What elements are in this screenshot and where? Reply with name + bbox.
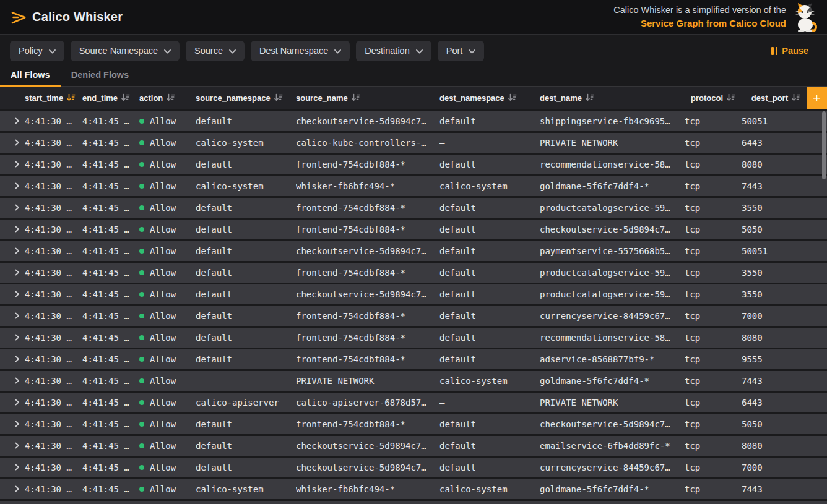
column-header-start_time[interactable]: start_time — [25, 93, 82, 103]
row-expander[interactable] — [0, 268, 25, 278]
sort-icon[interactable] — [508, 93, 517, 103]
filter-policy[interactable]: Policy — [10, 41, 64, 61]
cell-action: Allow — [139, 463, 196, 472]
column-header-source_namespace[interactable]: source_namespace — [196, 93, 296, 103]
row-expander[interactable] — [0, 333, 25, 343]
allow-status-dot — [139, 487, 144, 492]
flow-row[interactable]: 4:41:30 …4:41:45 …Allowdefaultfrontend-7… — [0, 306, 827, 326]
row-expander[interactable] — [0, 354, 25, 364]
sort-icon[interactable] — [121, 93, 130, 103]
sort-icon[interactable] — [67, 93, 76, 103]
sort-icon[interactable] — [586, 93, 594, 103]
cell-protocol: tcp — [685, 224, 742, 234]
row-expander[interactable] — [0, 289, 25, 299]
sort-icon[interactable] — [727, 93, 735, 103]
row-expander[interactable] — [0, 116, 25, 126]
column-header-dest_namespace[interactable]: dest_namespace — [439, 93, 540, 103]
cell-end-time: 4:41:45 … — [82, 333, 139, 343]
flow-row[interactable]: 4:41:30 …4:41:45 …Allowdefaultcheckoutse… — [0, 458, 827, 477]
filter-dest-namespace[interactable]: Dest Namespace — [251, 41, 350, 61]
cell-dest-namespace: default — [439, 354, 540, 364]
flow-row[interactable]: 4:41:30 …4:41:45 …Allowdefaultfrontend-7… — [0, 198, 827, 218]
cell-dest-name: goldmane-5f6fc7ddf4-* — [540, 376, 685, 386]
filter-destination[interactable]: Destination — [356, 41, 431, 61]
row-expander[interactable] — [0, 246, 25, 256]
cell-source-namespace: calico-system — [196, 181, 296, 191]
cell-source-name: frontend-754cdbf884-* — [296, 333, 439, 343]
cell-dest-name: productcatalogservice-59… — [540, 289, 685, 299]
flow-row[interactable]: 4:41:30 …4:41:45 …Allowdefaultfrontend-7… — [0, 155, 827, 174]
cell-start-time: 4:41:30 … — [25, 224, 82, 234]
cell-dest-name: paymentservice-5575668b5… — [540, 246, 685, 256]
row-expander[interactable] — [0, 138, 25, 148]
flow-row[interactable]: 4:41:30 …4:41:45 …Allowdefaultcheckoutse… — [0, 501, 827, 504]
cell-source-name: calico-apiserver-6878d57… — [296, 398, 439, 408]
column-label: dest_port — [751, 93, 788, 103]
row-expander[interactable] — [0, 181, 25, 191]
flow-row[interactable]: 4:41:30 …4:41:45 …Allowdefaultfrontend-7… — [0, 328, 827, 348]
row-expander[interactable] — [0, 484, 25, 494]
action-label: Allow — [150, 116, 176, 126]
column-header-protocol[interactable]: protocol — [685, 93, 742, 103]
cell-dest-port: 9555 — [742, 354, 827, 364]
filter-source-namespace[interactable]: Source Namespace — [71, 41, 180, 61]
column-header-dest_name[interactable]: dest_name — [540, 93, 685, 103]
cell-dest-namespace: default — [439, 441, 540, 451]
filter-label: Destination — [365, 46, 410, 56]
filter-label: Source Namespace — [79, 46, 158, 56]
pause-button[interactable]: Pause — [771, 46, 817, 56]
add-column-button[interactable]: + — [807, 87, 827, 109]
chevron-right-icon — [14, 398, 20, 408]
row-expander[interactable] — [0, 398, 25, 408]
tab-all-flows[interactable]: All Flows — [0, 67, 61, 86]
sort-icon[interactable] — [792, 93, 800, 103]
row-expander[interactable] — [0, 441, 25, 451]
row-expander[interactable] — [0, 203, 25, 213]
row-expander[interactable] — [0, 160, 25, 169]
row-expander[interactable] — [0, 224, 25, 234]
chevron-right-icon — [14, 354, 20, 364]
row-expander[interactable] — [0, 419, 25, 429]
action-label: Allow — [150, 224, 176, 234]
flow-row[interactable]: 4:41:30 …4:41:45 …Allowdefaultcheckoutse… — [0, 284, 827, 304]
cell-action: Allow — [139, 311, 196, 321]
flow-row[interactable]: 4:41:30 …4:41:45 …Allowdefaultfrontend-7… — [0, 220, 827, 239]
tab-denied-flows[interactable]: Denied Flows — [61, 67, 139, 86]
column-header-end_time[interactable]: end_time — [82, 93, 139, 103]
flow-row[interactable]: 4:41:30 …4:41:45 …Allowdefaultfrontend-7… — [0, 414, 827, 434]
cell-dest-port: 3550 — [742, 268, 827, 278]
cell-protocol: tcp — [685, 398, 742, 408]
allow-status-dot — [139, 357, 144, 362]
flow-row[interactable]: 4:41:30 …4:41:45 …Allowdefaultcheckoutse… — [0, 241, 827, 261]
action-label: Allow — [150, 311, 176, 321]
flow-row[interactable]: 4:41:30 …4:41:45 …Allowcalico-systemwhis… — [0, 176, 827, 196]
cell-end-time: 4:41:45 … — [82, 246, 139, 256]
filter-port[interactable]: Port — [438, 41, 485, 61]
sort-icon[interactable] — [352, 93, 360, 103]
sort-icon[interactable] — [167, 93, 175, 103]
row-expander[interactable] — [0, 463, 25, 472]
cell-action: Allow — [139, 246, 196, 256]
flow-row[interactable]: 4:41:30 …4:41:45 …Allowcalico-apiserverc… — [0, 393, 827, 412]
flow-row[interactable]: 4:41:30 …4:41:45 …Allowdefaultcheckoutse… — [0, 111, 827, 131]
vertical-scrollbar-thumb[interactable] — [822, 111, 826, 179]
pause-icon — [771, 47, 777, 55]
sort-icon[interactable] — [274, 93, 283, 103]
app-title: Calico Whisker — [32, 10, 123, 24]
flow-row[interactable]: 4:41:30 …4:41:45 …Allowdefaultfrontend-7… — [0, 349, 827, 369]
row-expander[interactable] — [0, 376, 25, 386]
flow-row[interactable]: 4:41:30 …4:41:45 …Allowcalico-systemwhis… — [0, 479, 827, 499]
column-header-dest_port[interactable]: dest_port — [742, 93, 807, 103]
flow-row[interactable]: 4:41:30 …4:41:45 …Allowdefaultcheckoutse… — [0, 436, 827, 456]
row-expander[interactable] — [0, 311, 25, 321]
flow-row[interactable]: 4:41:30 …4:41:45 …Allowcalico-systemcali… — [0, 133, 827, 153]
flow-row[interactable]: 4:41:30 …4:41:45 …Allowdefaultfrontend-7… — [0, 263, 827, 283]
cell-source-namespace: calico-apiserver — [196, 398, 296, 408]
column-header-action[interactable]: action — [139, 93, 196, 103]
tagline-link[interactable]: Service Graph from Calico Cloud — [613, 17, 786, 30]
column-header-source_name[interactable]: source_name — [296, 93, 439, 103]
action-label: Allow — [150, 419, 176, 429]
filter-source[interactable]: Source — [186, 41, 245, 61]
flow-row[interactable]: 4:41:30 …4:41:45 …Allow–PRIVATE NETWORKc… — [0, 371, 827, 391]
cell-start-time: 4:41:30 … — [25, 160, 82, 169]
